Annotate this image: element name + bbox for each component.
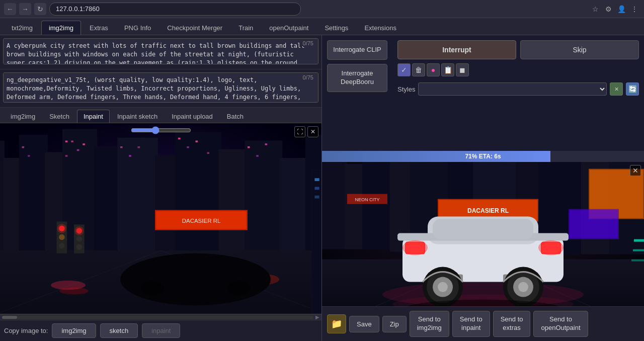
star-icon[interactable]: ☆	[590, 4, 601, 15]
forward-button[interactable]: →	[19, 3, 31, 15]
style-copy-btn[interactable]: 📋	[441, 63, 454, 76]
canvas-move-btn[interactable]: ⛶	[294, 126, 305, 137]
generate-panel: Interrupt Skip ✓ 🗑 ● 📋 ◼ Styles	[392, 35, 644, 151]
style-check-btn[interactable]: ✓	[397, 63, 411, 76]
style-icons-group: ✓ 🗑 ● 📋 ◼	[397, 63, 469, 76]
svg-point-51	[76, 244, 83, 250]
svg-rect-16	[71, 141, 73, 142]
svg-rect-17	[77, 149, 79, 151]
interrogate-panel: Interrogate CLIP Interrogate DeepBooru	[322, 35, 392, 151]
main-nav-tabs: txt2img img2img Extras PNG Info Checkpoi…	[0, 18, 644, 35]
tab-txt2img[interactable]: txt2img	[4, 21, 40, 35]
scrollbar-thumb	[2, 316, 17, 319]
subtab-img2img[interactable]: img2img	[4, 110, 42, 123]
interrupt-btn[interactable]: Interrupt	[397, 40, 516, 59]
tab-checkpoint[interactable]: Checkpoint Merger	[159, 21, 230, 35]
send-img2img-btn[interactable]: Send to img2img	[410, 311, 449, 337]
tab-train[interactable]: Train	[231, 21, 261, 35]
copy-to-img2img-btn[interactable]: img2img	[52, 323, 96, 338]
zip-btn[interactable]: Zip	[382, 316, 407, 332]
tab-settings[interactable]: Settings	[317, 21, 356, 35]
interrogate-clip-btn[interactable]: Interrogate CLIP	[327, 40, 387, 60]
svg-rect-19	[83, 143, 85, 145]
svg-rect-60	[312, 170, 321, 313]
tab-img2img[interactable]: img2img	[41, 21, 81, 35]
tab-openoutpaint[interactable]: openOutpaint	[262, 21, 316, 35]
send-openoutpaint-btn[interactable]: Send to openOutpaint	[533, 311, 588, 337]
svg-rect-31	[28, 155, 30, 156]
svg-text:DACASIER RL: DACASIER RL	[182, 218, 221, 224]
scrollbar-track	[2, 316, 313, 319]
positive-prompt-wrapper: A cyberpunk city street with lots of tra…	[3, 38, 318, 66]
svg-rect-63	[314, 187, 319, 190]
svg-text:NEON CITY: NEON CITY	[355, 197, 379, 202]
subtab-inpaint[interactable]: Inpaint	[77, 110, 110, 123]
svg-rect-119	[631, 260, 644, 262]
style-color1-btn[interactable]: ●	[427, 63, 440, 76]
styles-confirm-btn[interactable]: 🔄	[626, 82, 639, 96]
canvas-image: DACASIER RL	[0, 123, 321, 320]
subtab-sketch[interactable]: Sketch	[43, 110, 76, 123]
canvas-scrollbar[interactable]: ▶	[0, 314, 321, 320]
svg-rect-18	[65, 155, 68, 156]
copy-to-sketch-btn[interactable]: sketch	[100, 323, 138, 338]
svg-point-52	[74, 226, 84, 235]
negative-prompt-wrapper: ng_deepnegative_v1_75t, (worst quality, …	[3, 72, 318, 104]
svg-point-99	[403, 240, 428, 255]
browser-icon-group: ☆ ⚙ 👤 ⋮	[590, 4, 640, 15]
styles-apply-btn[interactable]: ✕	[610, 82, 623, 96]
svg-rect-21	[129, 155, 131, 156]
tab-extras[interactable]: Extras	[82, 21, 116, 35]
copy-to-inpaint-btn[interactable]: inpaint	[142, 323, 180, 338]
svg-rect-13	[279, 158, 308, 257]
main-container: A cyberpunk city street with lots of tra…	[0, 35, 644, 341]
url-bar[interactable]	[49, 3, 301, 16]
output-close-btn[interactable]: ✕	[630, 165, 641, 176]
skip-btn[interactable]: Skip	[520, 40, 639, 59]
brush-size-slider[interactable]	[131, 126, 191, 134]
folder-btn[interactable]: 📁	[327, 314, 346, 333]
folder-icon: 📁	[331, 318, 342, 329]
positive-prompt-input[interactable]: A cyberpunk city street with lots of tra…	[3, 38, 318, 64]
svg-rect-8	[117, 138, 158, 257]
menu-icon[interactable]: ⋮	[629, 4, 640, 15]
styles-dropdown[interactable]	[418, 82, 607, 96]
save-btn[interactable]: Save	[349, 316, 379, 332]
canvas-section[interactable]: DACASIER RL	[0, 123, 321, 320]
copy-image-row: Copy image to: img2img sketch inpaint	[0, 320, 321, 341]
back-button[interactable]: ←	[4, 3, 16, 15]
styles-row: Styles ✕ 🔄	[397, 82, 639, 96]
browser-bar: ← → ↻ ☆ ⚙ 👤 ⋮	[0, 0, 644, 18]
canvas-close-btn[interactable]: ✕	[307, 126, 318, 137]
send-inpaint-btn[interactable]: Send to inpaint	[452, 311, 490, 337]
subtab-batch[interactable]: Batch	[220, 110, 250, 123]
ext-icon[interactable]: ⚙	[603, 4, 614, 15]
style-extra-btn[interactable]: ◼	[456, 63, 469, 76]
progress-label: 71% ETA: 6s	[465, 153, 501, 160]
generate-buttons-row: Interrupt Skip	[397, 40, 639, 59]
svg-rect-9	[155, 155, 178, 256]
subtab-inpaint-upload[interactable]: Inpaint upload	[165, 110, 219, 123]
reload-button[interactable]: ↻	[34, 3, 46, 15]
negative-counter: 0/75	[301, 74, 315, 80]
svg-point-110	[518, 282, 528, 292]
svg-text:DACASIER RL: DACASIER RL	[467, 207, 509, 214]
profile-icon[interactable]: 👤	[616, 4, 627, 15]
send-extras-btn[interactable]: Send to extras	[493, 311, 531, 337]
scrollbar-right-btn[interactable]: ▶	[315, 314, 319, 320]
svg-rect-61	[314, 178, 319, 181]
style-trash-btn[interactable]: 🗑	[412, 63, 425, 76]
interrogate-deepbooru-btn[interactable]: Interrogate DeepBooru	[327, 64, 387, 92]
canvas-toolbar: ⛶ ✕	[294, 126, 318, 137]
svg-rect-30	[22, 146, 25, 148]
svg-rect-15	[65, 141, 68, 142]
tab-pnginfo[interactable]: PNG Info	[117, 21, 158, 35]
subtab-inpaint-sketch[interactable]: Inpaint sketch	[111, 110, 164, 123]
svg-point-100	[538, 240, 564, 255]
left-panel: A cyberpunk city street with lots of tra…	[0, 35, 322, 341]
negative-prompt-input[interactable]: ng_deepnegative_v1_75t, (worst quality, …	[3, 72, 318, 103]
positive-prompt-section: A cyberpunk city street with lots of tra…	[0, 35, 321, 69]
svg-point-47	[59, 234, 65, 240]
tab-extensions[interactable]: Extensions	[357, 21, 404, 35]
output-image-area: ✕	[322, 162, 644, 306]
